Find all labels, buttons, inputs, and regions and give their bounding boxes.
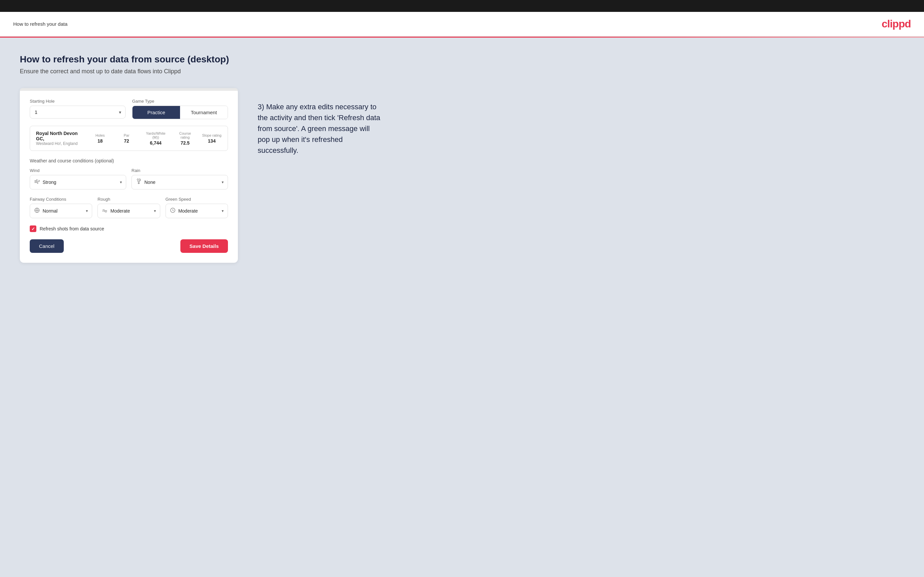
- svg-point-0: [138, 180, 140, 182]
- refresh-checkbox-row: Refresh shots from data source: [30, 226, 228, 232]
- course-name-group: Royal North Devon GC, Westward Ho!, Engl…: [36, 131, 84, 146]
- holes-stat: Holes 18: [90, 133, 110, 143]
- fairway-value: Normal: [43, 208, 83, 214]
- fairway-label: Fairway Conditions: [30, 197, 92, 202]
- rough-chevron-icon: ▾: [154, 209, 156, 213]
- rough-group: Rough Moderate ▾: [97, 197, 160, 218]
- weather-section-label: Weather and course conditions (optional): [30, 158, 228, 163]
- rain-value: None: [144, 180, 219, 185]
- fairway-icon: [34, 207, 40, 214]
- fairway-group: Fairway Conditions Normal ▾: [30, 197, 92, 218]
- rain-group: Rain None ▾: [131, 168, 228, 190]
- par-value: 72: [116, 138, 136, 143]
- rough-value: Moderate: [110, 208, 151, 214]
- green-speed-value: Moderate: [178, 208, 219, 214]
- course-rating-value: 72.5: [175, 140, 195, 145]
- holes-label: Holes: [90, 133, 110, 137]
- tournament-button[interactable]: Tournament: [180, 106, 228, 119]
- logo: clippd: [882, 18, 911, 30]
- page-subheading: Ensure the correct and most up to date d…: [20, 68, 904, 75]
- top-bar: [0, 0, 924, 12]
- content-area: Starting Hole 1 ▾ Game Type Practice Tou…: [20, 88, 904, 263]
- wind-group: Wind Strong ▾: [30, 168, 126, 190]
- header-title: How to refresh your data: [13, 21, 68, 27]
- action-row: Cancel Save Details: [30, 239, 228, 253]
- wind-chevron-icon: ▾: [120, 180, 122, 185]
- fairway-chevron-icon: ▾: [86, 209, 88, 213]
- chevron-down-icon: ▾: [119, 110, 121, 115]
- green-speed-label: Green Speed: [165, 197, 228, 202]
- footer: Copyright Clippd 2022: [0, 575, 924, 577]
- wind-value: Strong: [43, 180, 117, 185]
- slope-rating-stat: Slope rating 134: [202, 133, 222, 143]
- starting-hole-select[interactable]: 1 ▾: [30, 106, 126, 119]
- practice-button[interactable]: Practice: [132, 106, 180, 119]
- par-label: Par: [116, 133, 136, 137]
- course-name: Royal North Devon GC,: [36, 131, 84, 141]
- form-card: Starting Hole 1 ▾ Game Type Practice Tou…: [20, 88, 238, 263]
- green-speed-chevron-icon: ▾: [222, 209, 224, 213]
- wind-select[interactable]: Strong ▾: [30, 175, 126, 190]
- rough-select[interactable]: Moderate ▾: [97, 204, 160, 218]
- green-speed-group: Green Speed Moderate ▾: [165, 197, 228, 218]
- slope-rating-value: 134: [202, 138, 222, 143]
- game-type-group: Game Type Practice Tournament: [132, 99, 228, 119]
- fairway-select[interactable]: Normal ▾: [30, 204, 92, 218]
- starting-hole-value: 1: [35, 109, 37, 115]
- starting-hole-label: Starting Hole: [30, 99, 126, 104]
- course-rating-label: Course rating: [175, 131, 195, 139]
- main-content: How to refresh your data from source (de…: [0, 38, 924, 575]
- course-info-row: Royal North Devon GC, Westward Ho!, Engl…: [30, 126, 228, 151]
- yards-stat: Yards/White (M)) 6,744: [143, 131, 168, 145]
- course-rating-stat: Course rating 72.5: [175, 131, 195, 145]
- starting-hole-group: Starting Hole 1 ▾: [30, 99, 126, 119]
- page-heading: How to refresh your data from source (de…: [20, 54, 904, 65]
- game-type-toggle: Practice Tournament: [132, 106, 228, 119]
- refresh-checkbox-label: Refresh shots from data source: [40, 226, 104, 231]
- rain-select[interactable]: None ▾: [131, 175, 228, 190]
- course-location: Westward Ho!, England: [36, 141, 84, 146]
- green-speed-select[interactable]: Moderate ▾: [165, 204, 228, 218]
- refresh-checkbox[interactable]: [30, 226, 36, 232]
- yards-label: Yards/White (M)): [143, 131, 168, 139]
- rain-chevron-icon: ▾: [222, 180, 224, 185]
- rain-icon: [136, 179, 142, 186]
- card-top-strip: [20, 88, 238, 91]
- rain-label: Rain: [131, 168, 228, 173]
- rough-icon: [102, 207, 108, 214]
- cancel-button[interactable]: Cancel: [30, 239, 64, 253]
- green-speed-icon: [170, 207, 176, 214]
- side-note-text: 3) Make any extra edits necessary to the…: [258, 102, 383, 156]
- par-stat: Par 72: [116, 133, 136, 143]
- slope-rating-label: Slope rating: [202, 133, 222, 137]
- wind-icon: [34, 179, 40, 186]
- row-starting-game: Starting Hole 1 ▾ Game Type Practice Tou…: [30, 99, 228, 119]
- rough-label: Rough: [97, 197, 160, 202]
- yards-value: 6,744: [143, 140, 168, 145]
- conditions-row: Fairway Conditions Normal ▾ Rough: [30, 197, 228, 218]
- save-button[interactable]: Save Details: [180, 239, 228, 253]
- game-type-label: Game Type: [132, 99, 228, 104]
- wind-label: Wind: [30, 168, 126, 173]
- header: How to refresh your data clippd: [0, 12, 924, 37]
- holes-value: 18: [90, 138, 110, 143]
- wind-rain-row: Wind Strong ▾ Rain: [30, 168, 228, 190]
- side-note: 3) Make any extra edits necessary to the…: [258, 88, 383, 156]
